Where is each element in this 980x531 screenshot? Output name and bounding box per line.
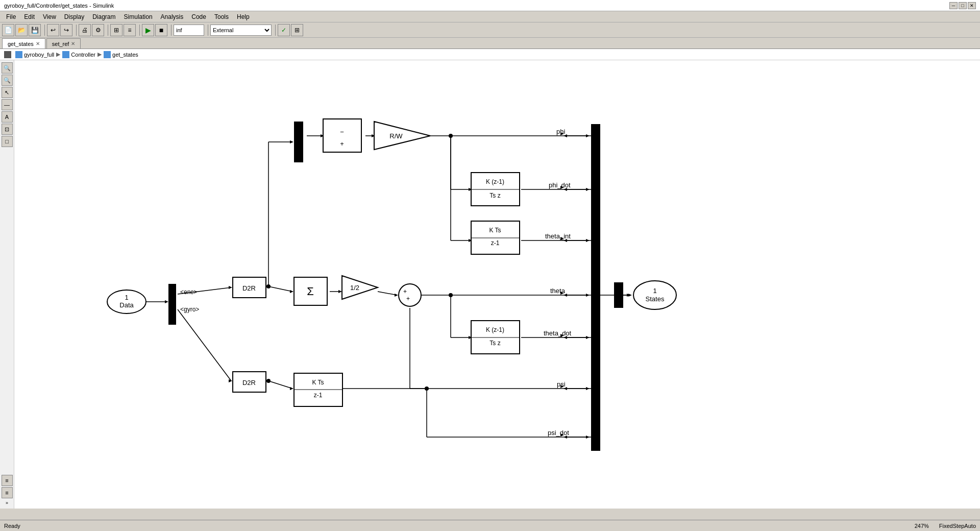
svg-point-43 xyxy=(266,379,271,383)
diagram-canvas[interactable]: 1 Data <enc> <gyro> D2R D2R Σ 1/2 + + xyxy=(14,60,980,509)
zoom-level: 247% xyxy=(915,523,929,529)
menu-file[interactable]: File xyxy=(2,12,20,21)
sidebar-connect[interactable]: — xyxy=(2,99,13,110)
svg-marker-10 xyxy=(290,140,293,143)
svg-marker-7 xyxy=(290,290,293,293)
sim-mode: FixedStepAuto xyxy=(939,523,976,529)
svg-rect-69 xyxy=(614,282,623,308)
svg-rect-89 xyxy=(294,122,303,162)
svg-text:K (z-1): K (z-1) xyxy=(486,326,504,333)
svg-text:1: 1 xyxy=(653,287,656,295)
breadcrumb-controller[interactable]: Controller xyxy=(62,51,95,58)
separator-2 xyxy=(75,25,77,36)
menu-tools[interactable]: Tools xyxy=(210,12,233,21)
svg-marker-1 xyxy=(165,300,168,303)
check-button[interactable]: ✓ xyxy=(278,24,290,36)
mode-select[interactable]: External xyxy=(210,25,272,36)
separator-6 xyxy=(206,25,208,36)
redo-button[interactable]: ↪ xyxy=(60,24,72,36)
menu-display[interactable]: Display xyxy=(60,12,88,21)
svg-text:<enc>: <enc> xyxy=(180,288,197,296)
sidebar-bottom-1[interactable]: ≡ xyxy=(2,475,13,486)
tab-set-ref-label: set_ref xyxy=(52,41,69,47)
sidebar-bottom-2[interactable]: ≡ xyxy=(2,487,13,498)
library-button[interactable]: ≡ xyxy=(124,24,136,36)
new-button[interactable]: 📄 xyxy=(2,24,14,36)
main-area: 🔍 🔍 ↖ — A ⊡ □ ≡ ≡ » xyxy=(0,60,980,509)
breadcrumb-root[interactable]: gyroboy_full xyxy=(15,51,54,58)
svg-text:K Ts: K Ts xyxy=(489,227,501,234)
breadcrumb-icon xyxy=(4,51,11,58)
maximize-button[interactable]: □ xyxy=(959,2,967,9)
svg-text:Ts z: Ts z xyxy=(489,192,500,199)
separator-4 xyxy=(138,25,140,36)
stop-button[interactable]: ■ xyxy=(155,24,167,36)
svg-text:D2R: D2R xyxy=(242,379,256,387)
controller-icon xyxy=(62,51,69,58)
svg-point-11 xyxy=(266,284,271,288)
svg-text:States: States xyxy=(646,295,665,303)
minimize-button[interactable]: ─ xyxy=(949,2,958,9)
svg-text:phi_dot: phi_dot xyxy=(549,181,571,189)
tab-set-ref[interactable]: set_ref ✕ xyxy=(46,38,81,49)
svg-text:D2R: D2R xyxy=(242,284,256,292)
svg-text:1: 1 xyxy=(125,294,128,301)
svg-text:K Ts: K Ts xyxy=(312,379,324,386)
svg-text:Ts z: Ts z xyxy=(489,340,500,347)
menu-analysis[interactable]: Analysis xyxy=(157,12,188,21)
print-button[interactable]: 🖨 xyxy=(79,24,91,36)
status-right: 247% FixedStepAuto xyxy=(915,523,976,529)
grid-button[interactable]: ⊞ xyxy=(291,24,303,36)
diagram-svg: 1 Data <enc> <gyro> D2R D2R Σ 1/2 + + xyxy=(14,60,980,509)
svg-text:−: − xyxy=(340,128,344,136)
tab-get-states-label: get_states xyxy=(8,41,34,47)
svg-text:Data: Data xyxy=(119,301,134,309)
window-title: gyroboy_full/Controller/get_states - Sim… xyxy=(4,3,114,9)
svg-marker-71 xyxy=(628,294,632,297)
close-button[interactable]: ✕ xyxy=(968,2,976,9)
menu-view[interactable]: View xyxy=(39,12,60,21)
sidebar: 🔍 🔍 ↖ — A ⊡ □ ≡ ≡ » xyxy=(0,60,14,509)
svg-rect-54 xyxy=(591,124,600,451)
sidebar-empty[interactable]: □ xyxy=(2,136,13,147)
sidebar-select[interactable]: ↖ xyxy=(2,87,13,98)
menu-edit[interactable]: Edit xyxy=(20,12,39,21)
status-bar: Ready 247% FixedStepAuto xyxy=(0,520,980,531)
svg-text:z-1: z-1 xyxy=(314,392,323,399)
open-button[interactable]: 📂 xyxy=(15,24,28,36)
fit-button[interactable]: ⊞ xyxy=(110,24,122,36)
breadcrumb: gyroboy_full ▶ Controller ▶ get_states xyxy=(0,49,980,60)
breadcrumb-get-states[interactable]: get_states xyxy=(104,51,138,58)
toolbar: 📄 📂 💾 ↩ ↪ 🖨 ⚙ ⊞ ≡ ▶ ■ External ✓ ⊞ xyxy=(0,22,980,38)
gyroboy-icon xyxy=(15,51,22,58)
status-text: Ready xyxy=(4,523,20,529)
tab-get-states-close[interactable]: ✕ xyxy=(36,41,40,46)
run-button[interactable]: ▶ xyxy=(142,24,154,36)
sidebar-zoom-in[interactable]: 🔍 xyxy=(2,62,13,74)
sidebar-annotate[interactable]: A xyxy=(2,111,13,123)
undo-button[interactable]: ↩ xyxy=(47,24,59,36)
save-button[interactable]: 💾 xyxy=(29,24,41,36)
title-bar: gyroboy_full/Controller/get_states - Sim… xyxy=(0,0,980,11)
svg-line-41 xyxy=(268,381,292,389)
svg-text:Σ: Σ xyxy=(307,285,314,298)
settings-button[interactable]: ⚙ xyxy=(92,24,104,36)
sim-time-input[interactable] xyxy=(174,25,204,36)
svg-marker-32 xyxy=(395,294,398,297)
menu-code[interactable]: Code xyxy=(187,12,210,21)
sidebar-expand[interactable]: » xyxy=(5,499,9,506)
svg-text:+: + xyxy=(403,288,407,295)
svg-marker-84 xyxy=(342,276,378,299)
sidebar-area[interactable]: ⊡ xyxy=(2,124,13,135)
menu-diagram[interactable]: Diagram xyxy=(88,12,119,21)
menu-simulation[interactable]: Simulation xyxy=(120,12,157,21)
svg-text:R/W: R/W xyxy=(389,132,403,140)
tab-set-ref-close[interactable]: ✕ xyxy=(71,41,75,46)
svg-marker-3 xyxy=(229,286,232,289)
svg-line-31 xyxy=(378,292,397,295)
sidebar-zoom-out[interactable]: 🔍 xyxy=(2,75,13,86)
svg-text:z-1: z-1 xyxy=(491,239,500,247)
tab-get-states[interactable]: get_states ✕ xyxy=(2,38,45,49)
menu-help[interactable]: Help xyxy=(233,12,254,21)
svg-text:theta_int: theta_int xyxy=(545,232,571,240)
